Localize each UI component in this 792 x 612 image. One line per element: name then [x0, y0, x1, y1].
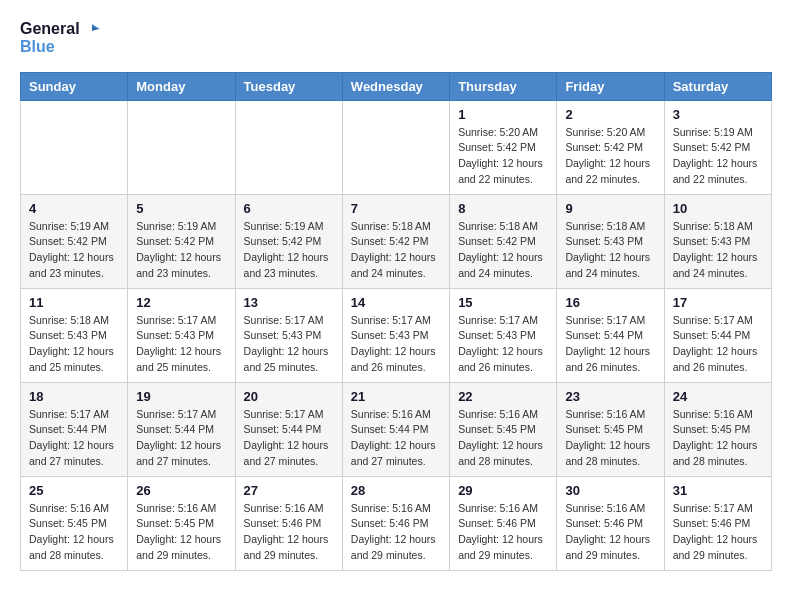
day-header-thursday: Thursday: [450, 72, 557, 100]
calendar-week-3: 11Sunrise: 5:18 AM Sunset: 5:43 PM Dayli…: [21, 288, 772, 382]
day-info: Sunrise: 5:16 AM Sunset: 5:45 PM Dayligh…: [565, 407, 655, 470]
logo-text: General Blue: [20, 20, 100, 56]
day-info: Sunrise: 5:19 AM Sunset: 5:42 PM Dayligh…: [673, 125, 763, 188]
calendar-cell: 13Sunrise: 5:17 AM Sunset: 5:43 PM Dayli…: [235, 288, 342, 382]
day-number: 15: [458, 295, 548, 310]
day-number: 3: [673, 107, 763, 122]
day-info: Sunrise: 5:17 AM Sunset: 5:43 PM Dayligh…: [244, 313, 334, 376]
day-header-sunday: Sunday: [21, 72, 128, 100]
calendar-cell: [342, 100, 449, 194]
day-number: 1: [458, 107, 548, 122]
day-number: 5: [136, 201, 226, 216]
day-number: 6: [244, 201, 334, 216]
day-info: Sunrise: 5:16 AM Sunset: 5:46 PM Dayligh…: [351, 501, 441, 564]
day-number: 17: [673, 295, 763, 310]
calendar-cell: 4Sunrise: 5:19 AM Sunset: 5:42 PM Daylig…: [21, 194, 128, 288]
calendar-cell: 5Sunrise: 5:19 AM Sunset: 5:42 PM Daylig…: [128, 194, 235, 288]
day-number: 2: [565, 107, 655, 122]
day-header-saturday: Saturday: [664, 72, 771, 100]
calendar-cell: 19Sunrise: 5:17 AM Sunset: 5:44 PM Dayli…: [128, 382, 235, 476]
day-header-row: SundayMondayTuesdayWednesdayThursdayFrid…: [21, 72, 772, 100]
calendar-table: SundayMondayTuesdayWednesdayThursdayFrid…: [20, 72, 772, 571]
calendar-cell: 16Sunrise: 5:17 AM Sunset: 5:44 PM Dayli…: [557, 288, 664, 382]
day-info: Sunrise: 5:18 AM Sunset: 5:42 PM Dayligh…: [458, 219, 548, 282]
day-number: 21: [351, 389, 441, 404]
day-number: 23: [565, 389, 655, 404]
page-header: General Blue: [20, 20, 772, 56]
day-number: 9: [565, 201, 655, 216]
day-number: 25: [29, 483, 119, 498]
calendar-cell: 10Sunrise: 5:18 AM Sunset: 5:43 PM Dayli…: [664, 194, 771, 288]
day-info: Sunrise: 5:18 AM Sunset: 5:43 PM Dayligh…: [565, 219, 655, 282]
day-info: Sunrise: 5:16 AM Sunset: 5:45 PM Dayligh…: [673, 407, 763, 470]
calendar-cell: 29Sunrise: 5:16 AM Sunset: 5:46 PM Dayli…: [450, 476, 557, 570]
calendar-cell: 21Sunrise: 5:16 AM Sunset: 5:44 PM Dayli…: [342, 382, 449, 476]
day-info: Sunrise: 5:17 AM Sunset: 5:43 PM Dayligh…: [458, 313, 548, 376]
day-info: Sunrise: 5:18 AM Sunset: 5:43 PM Dayligh…: [673, 219, 763, 282]
day-number: 16: [565, 295, 655, 310]
calendar-cell: 17Sunrise: 5:17 AM Sunset: 5:44 PM Dayli…: [664, 288, 771, 382]
calendar-cell: 24Sunrise: 5:16 AM Sunset: 5:45 PM Dayli…: [664, 382, 771, 476]
day-number: 30: [565, 483, 655, 498]
day-number: 8: [458, 201, 548, 216]
day-info: Sunrise: 5:16 AM Sunset: 5:45 PM Dayligh…: [136, 501, 226, 564]
day-number: 27: [244, 483, 334, 498]
day-number: 14: [351, 295, 441, 310]
calendar-cell: 20Sunrise: 5:17 AM Sunset: 5:44 PM Dayli…: [235, 382, 342, 476]
day-header-tuesday: Tuesday: [235, 72, 342, 100]
calendar-cell: 8Sunrise: 5:18 AM Sunset: 5:42 PM Daylig…: [450, 194, 557, 288]
calendar-cell: 26Sunrise: 5:16 AM Sunset: 5:45 PM Dayli…: [128, 476, 235, 570]
day-number: 28: [351, 483, 441, 498]
day-info: Sunrise: 5:17 AM Sunset: 5:44 PM Dayligh…: [244, 407, 334, 470]
calendar-cell: 7Sunrise: 5:18 AM Sunset: 5:42 PM Daylig…: [342, 194, 449, 288]
day-number: 22: [458, 389, 548, 404]
day-number: 11: [29, 295, 119, 310]
calendar-cell: 15Sunrise: 5:17 AM Sunset: 5:43 PM Dayli…: [450, 288, 557, 382]
calendar-cell: 1Sunrise: 5:20 AM Sunset: 5:42 PM Daylig…: [450, 100, 557, 194]
day-info: Sunrise: 5:19 AM Sunset: 5:42 PM Dayligh…: [244, 219, 334, 282]
day-number: 24: [673, 389, 763, 404]
day-info: Sunrise: 5:19 AM Sunset: 5:42 PM Dayligh…: [136, 219, 226, 282]
calendar-cell: 3Sunrise: 5:19 AM Sunset: 5:42 PM Daylig…: [664, 100, 771, 194]
logo: General Blue: [20, 20, 100, 56]
day-info: Sunrise: 5:16 AM Sunset: 5:46 PM Dayligh…: [244, 501, 334, 564]
day-number: 19: [136, 389, 226, 404]
day-info: Sunrise: 5:17 AM Sunset: 5:43 PM Dayligh…: [136, 313, 226, 376]
calendar-week-2: 4Sunrise: 5:19 AM Sunset: 5:42 PM Daylig…: [21, 194, 772, 288]
day-number: 4: [29, 201, 119, 216]
day-header-wednesday: Wednesday: [342, 72, 449, 100]
day-header-monday: Monday: [128, 72, 235, 100]
day-info: Sunrise: 5:18 AM Sunset: 5:42 PM Dayligh…: [351, 219, 441, 282]
day-number: 29: [458, 483, 548, 498]
calendar-cell: 30Sunrise: 5:16 AM Sunset: 5:46 PM Dayli…: [557, 476, 664, 570]
day-info: Sunrise: 5:17 AM Sunset: 5:44 PM Dayligh…: [136, 407, 226, 470]
calendar-cell: [128, 100, 235, 194]
calendar-cell: 18Sunrise: 5:17 AM Sunset: 5:44 PM Dayli…: [21, 382, 128, 476]
calendar-cell: 6Sunrise: 5:19 AM Sunset: 5:42 PM Daylig…: [235, 194, 342, 288]
calendar-cell: 14Sunrise: 5:17 AM Sunset: 5:43 PM Dayli…: [342, 288, 449, 382]
day-number: 13: [244, 295, 334, 310]
day-number: 26: [136, 483, 226, 498]
day-number: 7: [351, 201, 441, 216]
calendar-cell: 27Sunrise: 5:16 AM Sunset: 5:46 PM Dayli…: [235, 476, 342, 570]
day-number: 10: [673, 201, 763, 216]
day-info: Sunrise: 5:17 AM Sunset: 5:44 PM Dayligh…: [673, 313, 763, 376]
day-number: 31: [673, 483, 763, 498]
day-info: Sunrise: 5:16 AM Sunset: 5:45 PM Dayligh…: [29, 501, 119, 564]
calendar-cell: 31Sunrise: 5:17 AM Sunset: 5:46 PM Dayli…: [664, 476, 771, 570]
calendar-cell: 25Sunrise: 5:16 AM Sunset: 5:45 PM Dayli…: [21, 476, 128, 570]
day-info: Sunrise: 5:20 AM Sunset: 5:42 PM Dayligh…: [458, 125, 548, 188]
calendar-header: SundayMondayTuesdayWednesdayThursdayFrid…: [21, 72, 772, 100]
calendar-cell: [21, 100, 128, 194]
day-info: Sunrise: 5:18 AM Sunset: 5:43 PM Dayligh…: [29, 313, 119, 376]
calendar-body: 1Sunrise: 5:20 AM Sunset: 5:42 PM Daylig…: [21, 100, 772, 570]
day-number: 12: [136, 295, 226, 310]
day-info: Sunrise: 5:17 AM Sunset: 5:44 PM Dayligh…: [29, 407, 119, 470]
day-info: Sunrise: 5:17 AM Sunset: 5:43 PM Dayligh…: [351, 313, 441, 376]
day-info: Sunrise: 5:17 AM Sunset: 5:46 PM Dayligh…: [673, 501, 763, 564]
calendar-week-5: 25Sunrise: 5:16 AM Sunset: 5:45 PM Dayli…: [21, 476, 772, 570]
calendar-cell: 2Sunrise: 5:20 AM Sunset: 5:42 PM Daylig…: [557, 100, 664, 194]
day-info: Sunrise: 5:17 AM Sunset: 5:44 PM Dayligh…: [565, 313, 655, 376]
calendar-cell: [235, 100, 342, 194]
calendar-week-4: 18Sunrise: 5:17 AM Sunset: 5:44 PM Dayli…: [21, 382, 772, 476]
